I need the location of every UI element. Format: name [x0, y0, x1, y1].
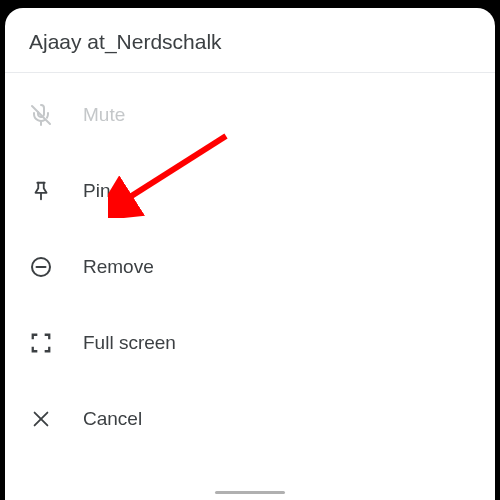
sheet-title: Ajaay at_Nerdschalk: [5, 8, 495, 72]
menu-item-fullscreen[interactable]: Full screen: [5, 305, 495, 381]
menu-item-label: Cancel: [83, 408, 142, 430]
menu-item-label: Remove: [83, 256, 154, 278]
menu-item-cancel[interactable]: Cancel: [5, 381, 495, 457]
pin-icon: [29, 179, 53, 203]
close-icon: [29, 407, 53, 431]
action-sheet: Ajaay at_Nerdschalk Mute: [5, 8, 495, 500]
menu-item-label: Pin: [83, 180, 110, 202]
drag-handle[interactable]: [215, 491, 285, 494]
menu-item-mute: Mute: [5, 77, 495, 153]
menu-item-label: Full screen: [83, 332, 176, 354]
menu-item-pin[interactable]: Pin: [5, 153, 495, 229]
remove-icon: [29, 255, 53, 279]
menu-item-remove[interactable]: Remove: [5, 229, 495, 305]
menu-item-label: Mute: [83, 104, 125, 126]
menu-list: Mute Pin Remove: [5, 73, 495, 500]
mic-off-icon: [29, 103, 53, 127]
fullscreen-icon: [29, 331, 53, 355]
